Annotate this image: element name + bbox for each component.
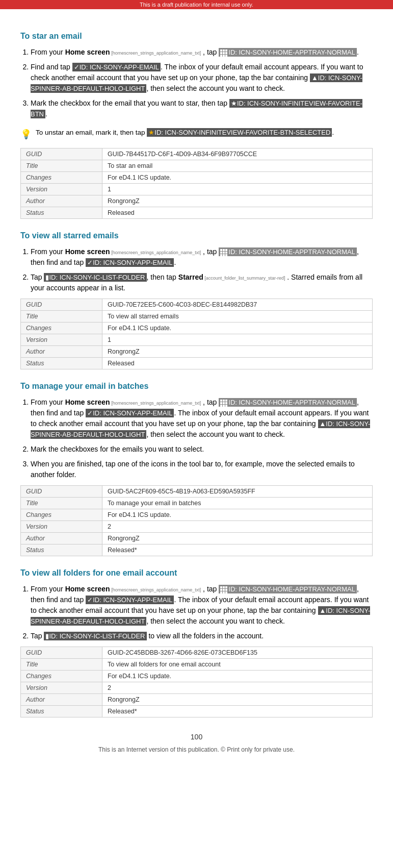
icon-apptray-4: ID: ICN-SONY-HOME-APPTRAY-NORMAL — [219, 585, 357, 593]
meta-label: Title — [21, 311, 102, 323]
metadata-row: AuthorRongrongZ — [21, 533, 373, 544]
meta-label: Changes — [21, 671, 102, 682]
meta-label: Author — [21, 346, 102, 358]
metadata-table-folders: GUIDGUID-2C45BDBB-3267-4D66-826E-073CEBD… — [20, 647, 373, 717]
icon-apptray-3: ID: ICN-SONY-HOME-APPTRAY-NORMAL — [219, 398, 357, 407]
steps-star-email: From your Home screen [homescreen_string… — [20, 47, 373, 119]
meta-value: 2 — [102, 521, 373, 533]
metadata-row: ChangesFor eD4.1 ICS update. — [21, 671, 373, 682]
meta-value: 2 — [102, 682, 373, 694]
page-number: 100 — [20, 733, 373, 741]
icon-app-email-4: ✓ID: ICN-SONY-APP-EMAIL — [86, 596, 174, 604]
metadata-row: TitleTo view all folders for one email a… — [21, 659, 373, 671]
section-title-view-folders: To view all folders for one email accoun… — [20, 568, 373, 578]
meta-value: To view all folders for one email accoun… — [102, 659, 373, 671]
section-title-manage-batches: To manage your email in batches — [20, 382, 373, 391]
meta-label: Changes — [21, 172, 102, 184]
meta-label: Title — [21, 659, 102, 671]
grid-icon-2 — [220, 249, 227, 256]
list-item: Mark the checkboxes for the emails you w… — [31, 444, 373, 455]
tip-text: To unstar an email, mark it, then tap ★I… — [36, 128, 334, 138]
meta-value: 1 — [102, 334, 373, 346]
meta-label: Version — [21, 682, 102, 694]
icon-list-folder-1: ▮ID: ICN-SONY-IC-LIST-FOLDER — [44, 273, 146, 282]
icon-apptray-1: ID: ICN-SONY-HOME-APPTRAY-NORMAL — [219, 48, 357, 57]
metadata-row: GUIDGUID-2C45BDBB-3267-4D66-826E-073CEBD… — [21, 647, 373, 659]
metadata-row: AuthorRongrongZ — [21, 346, 373, 358]
metadata-row: GUIDGUID-7B44517D-C6F1-4D09-AB34-6F9B977… — [21, 148, 373, 160]
meta-label: Status — [21, 706, 102, 717]
section-star-email: To star an email From your Home screen [… — [20, 32, 373, 219]
meta-label: Version — [21, 184, 102, 195]
steps-view-starred: From your Home screen [homescreen_string… — [20, 246, 373, 293]
meta-label: Status — [21, 544, 102, 556]
meta-label: Version — [21, 521, 102, 533]
meta-label: GUID — [21, 647, 102, 659]
metadata-row: TitleTo manage your email in batches — [21, 498, 373, 509]
meta-value: For eD4.1 ICS update. — [102, 509, 373, 521]
metadata-table-batches: GUIDGUID-5AC2F609-65C5-4B19-A063-ED590A5… — [20, 485, 373, 556]
metadata-row: AuthorRongrongZ — [21, 195, 373, 207]
meta-label: GUID — [21, 148, 102, 160]
metadata-row: Version2 — [21, 521, 373, 533]
page-content: To star an email From your Home screen [… — [0, 9, 393, 784]
meta-label: Author — [21, 694, 102, 706]
meta-label: Changes — [21, 509, 102, 521]
metadata-row: Version2 — [21, 682, 373, 694]
meta-label: GUID — [21, 299, 102, 311]
metadata-row: ChangesFor eD4.1 ICS update. — [21, 172, 373, 184]
meta-label: Status — [21, 358, 102, 369]
icon-star-selected: ★ID: ICN-SONY-INFINITEVIEW-FAVORITE-BTN-… — [147, 128, 332, 137]
icon-spinner-4: ▲ID: ICN-SONY-SPINNER-AB-DEFAULT-HOLO-LI… — [31, 606, 370, 626]
section-view-folders: To view all folders for one email accoun… — [20, 568, 373, 717]
meta-value: Released — [102, 207, 373, 219]
meta-label: Status — [21, 207, 102, 219]
metadata-row: GUIDGUID-5AC2F609-65C5-4B19-A063-ED590A5… — [21, 486, 373, 498]
metadata-row: TitleTo star an email — [21, 160, 373, 172]
meta-label: Author — [21, 195, 102, 207]
icon-apptray-2: ID: ICN-SONY-HOME-APPTRAY-NORMAL — [219, 247, 357, 256]
meta-value: RongrongZ — [102, 694, 373, 706]
metadata-row: StatusReleased — [21, 207, 373, 219]
list-item: From your Home screen [homescreen_string… — [31, 47, 373, 58]
meta-value: To manage your email in batches — [102, 498, 373, 509]
icon-spinner-1: ▲ID: ICN-SONY-SPINNER-AB-DEFAULT-HOLO-LI… — [31, 73, 362, 93]
list-item: When you are finished, tap one of the ic… — [31, 459, 373, 480]
icon-app-email-1: ✓ID: ICN-SONY-APP-EMAIL — [72, 63, 161, 71]
meta-value: GUID-7B44517D-C6F1-4D09-AB34-6F9B97705CC… — [102, 148, 373, 160]
meta-value: 1 — [102, 184, 373, 195]
meta-value: Released* — [102, 706, 373, 717]
draft-banner: This is a draft publication for internal… — [0, 0, 393, 9]
meta-value: For eD4.1 ICS update. — [102, 323, 373, 334]
icon-list-folder-2: ▮ID: ICN-SONY-IC-LIST-FOLDER — [44, 632, 146, 640]
meta-value: Released — [102, 358, 373, 369]
meta-value: RongrongZ — [102, 195, 373, 207]
metadata-row: TitleTo view all starred emails — [21, 311, 373, 323]
meta-label: Version — [21, 334, 102, 346]
meta-value: GUID-2C45BDBB-3267-4D66-826E-073CEBD6F13… — [102, 647, 373, 659]
list-item: From your Home screen [homescreen_string… — [31, 584, 373, 627]
icon-app-email-3: ✓ID: ICN-SONY-APP-EMAIL — [86, 409, 174, 417]
steps-view-folders: From your Home screen [homescreen_string… — [20, 584, 373, 641]
meta-value: RongrongZ — [102, 346, 373, 358]
section-title-view-starred: To view all starred emails — [20, 231, 373, 240]
grid-icon — [220, 49, 227, 57]
metadata-row: Version1 — [21, 184, 373, 195]
meta-value: GUID-70E72EE5-C600-4C03-8DEC-E8144982DB3… — [102, 299, 373, 311]
meta-value: Released* — [102, 544, 373, 556]
metadata-table-starred: GUIDGUID-70E72EE5-C600-4C03-8DEC-E814498… — [20, 299, 373, 369]
list-item: Tap ▮ID: ICN-SONY-IC-LIST-FOLDER, then t… — [31, 272, 373, 293]
icon-spinner-3: ▲ID: ICN-SONY-SPINNER-AB-DEFAULT-HOLO-LI… — [31, 419, 370, 439]
footer-text: This is an Internet version of this publ… — [20, 746, 373, 753]
meta-value: RongrongZ — [102, 533, 373, 544]
grid-icon-4 — [220, 586, 227, 593]
steps-manage-batches: From your Home screen [homescreen_string… — [20, 397, 373, 480]
meta-label: Author — [21, 533, 102, 544]
meta-value: For eD4.1 ICS update. — [102, 671, 373, 682]
meta-value: For eD4.1 ICS update. — [102, 172, 373, 184]
list-item: From your Home screen [homescreen_string… — [31, 397, 373, 440]
meta-label: GUID — [21, 486, 102, 498]
metadata-row: StatusReleased* — [21, 544, 373, 556]
tip-icon: 💡 — [20, 129, 32, 140]
metadata-row: Version1 — [21, 334, 373, 346]
